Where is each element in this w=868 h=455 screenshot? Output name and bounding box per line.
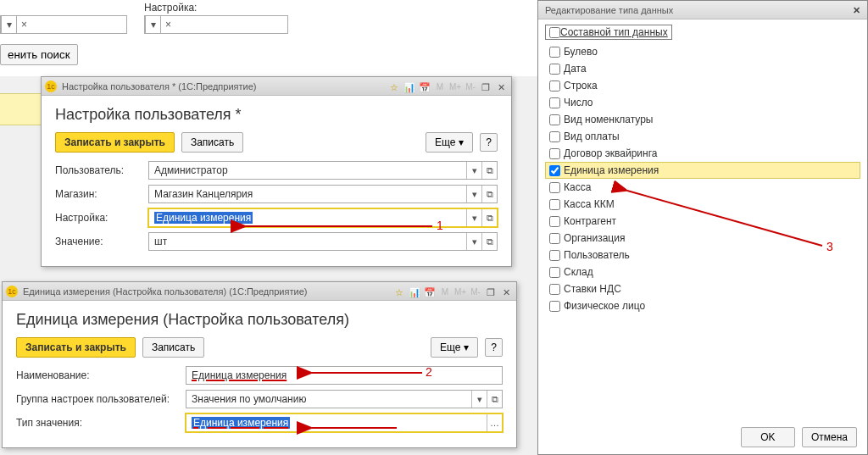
type-checkbox[interactable] — [549, 131, 560, 142]
window-unit-setting: 1c Единица измерения (Настройка пользова… — [2, 281, 517, 448]
dropdown-icon[interactable]: ▾ — [466, 162, 481, 179]
open-icon[interactable]: ⧉ — [481, 186, 497, 203]
type-row[interactable]: Склад — [545, 264, 860, 280]
m-icon[interactable]: M — [438, 285, 452, 298]
type-checkbox[interactable] — [549, 284, 560, 295]
name-input[interactable]: Единица измерения — [186, 366, 503, 385]
type-checkbox[interactable] — [549, 114, 560, 125]
type-row[interactable]: Число — [545, 94, 860, 111]
more-button[interactable]: Еще ▾ — [426, 132, 473, 153]
dropdown-icon[interactable]: ▾ — [145, 16, 160, 33]
type-row[interactable]: Ставки НДС — [545, 280, 860, 297]
win2-title: Единица измерения (Настройка пользовател… — [23, 286, 392, 297]
mplus-icon[interactable]: M+ — [448, 80, 462, 93]
window-icon[interactable]: ❐ — [484, 285, 498, 298]
type-row[interactable]: Контрагент — [545, 213, 860, 230]
type-row[interactable]: Булево — [545, 43, 860, 60]
type-row[interactable]: Организация — [545, 230, 860, 247]
save-button[interactable]: Записать — [142, 337, 204, 358]
mminus-icon[interactable]: M- — [469, 285, 482, 298]
favorite-icon[interactable]: ☆ — [387, 80, 401, 93]
type-checkbox[interactable] — [549, 80, 560, 92]
type-label: Дата — [564, 63, 587, 75]
type-checkbox[interactable] — [549, 47, 560, 58]
mminus-icon[interactable]: M- — [464, 80, 477, 93]
win2-titlebar[interactable]: 1c Единица измерения (Настройка пользова… — [3, 282, 516, 301]
type-row[interactable]: Касса ККМ — [545, 196, 860, 213]
more-button[interactable]: Еще ▾ — [431, 337, 478, 358]
type-label: Договор эквайринга — [564, 147, 657, 159]
ellipsis-button[interactable]: … — [487, 414, 502, 431]
open-icon[interactable]: ⧉ — [481, 233, 497, 250]
calc-icon[interactable]: 📊 — [408, 285, 421, 298]
store-input[interactable]: Магазин Канцелярия ▾ ⧉ — [148, 185, 498, 203]
save-button[interactable]: Записать — [181, 132, 243, 153]
panel-titlebar[interactable]: Редактирование типа данных ✕ — [538, 1, 867, 19]
type-row[interactable]: Физическое лицо — [545, 297, 860, 314]
dropdown-icon[interactable]: ▾ — [471, 391, 487, 408]
group-input[interactable]: Значения по умолчанию ▾ ⧉ — [186, 390, 503, 408]
close-icon[interactable]: ✕ — [494, 80, 508, 93]
type-row[interactable]: Строка — [545, 77, 860, 94]
type-input[interactable]: Единица измерения … — [186, 413, 503, 432]
type-label: Строка — [564, 80, 598, 92]
close-icon[interactable]: ✕ — [849, 3, 864, 18]
type-label: Касса — [564, 181, 591, 193]
dropdown-icon[interactable]: ▾ — [1, 16, 16, 33]
type-checkbox[interactable] — [549, 199, 560, 210]
type-checkbox[interactable] — [549, 301, 560, 312]
type-row[interactable]: Единица измерения — [545, 162, 860, 179]
cancel-button[interactable]: Отмена — [802, 427, 857, 447]
type-row[interactable]: Дата — [545, 60, 860, 77]
type-checkbox[interactable] — [549, 64, 560, 75]
open-icon[interactable]: ⧉ — [481, 209, 497, 226]
type-row[interactable]: Касса — [545, 179, 860, 196]
type-checkbox[interactable] — [549, 165, 560, 176]
save-close-button[interactable]: Записать и закрыть — [55, 132, 175, 153]
type-checkbox[interactable] — [549, 250, 560, 261]
type-label: Пользователь — [564, 249, 630, 261]
open-icon[interactable]: ⧉ — [487, 391, 502, 408]
setting-input[interactable]: Единица измерения ▾ ⧉ — [148, 208, 498, 227]
type-row[interactable]: Пользователь — [545, 247, 860, 264]
help-button[interactable]: ? — [480, 133, 498, 152]
favorite-icon[interactable]: ☆ — [392, 285, 406, 298]
help-button[interactable]: ? — [485, 338, 503, 357]
type-checkbox[interactable] — [549, 233, 560, 244]
type-checkbox[interactable] — [549, 97, 560, 108]
mplus-icon[interactable]: M+ — [453, 285, 467, 298]
win1-titlebar[interactable]: 1c Настройка пользователя * (1С:Предприя… — [42, 77, 511, 96]
calendar-icon[interactable]: 📅 — [423, 285, 437, 298]
calendar-icon[interactable]: 📅 — [418, 80, 431, 93]
type-checkbox[interactable] — [549, 216, 560, 227]
m-icon[interactable]: M — [433, 80, 447, 93]
window-icon[interactable]: ❐ — [479, 80, 492, 93]
open-icon[interactable]: ⧉ — [481, 162, 497, 179]
top-input-2[interactable]: ▾ × — [144, 15, 288, 34]
dropdown-icon[interactable]: ▾ — [466, 233, 481, 250]
type-checkbox[interactable] — [549, 267, 560, 278]
user-value: Администратор — [149, 164, 466, 176]
type-row[interactable]: Договор эквайринга — [545, 145, 860, 162]
user-input[interactable]: Администратор ▾ ⧉ — [148, 161, 498, 180]
type-row[interactable]: Вид оплаты — [545, 128, 860, 145]
save-close-button[interactable]: Записать и закрыть — [16, 337, 136, 358]
type-checkbox[interactable] — [549, 148, 560, 159]
setting-label: Настройка: — [55, 212, 148, 224]
ok-button[interactable]: OK — [741, 427, 795, 447]
dropdown-icon[interactable]: ▾ — [466, 186, 481, 203]
calc-icon[interactable]: 📊 — [403, 80, 416, 93]
type-label: Вид номенклатуры — [564, 114, 654, 125]
close-icon[interactable]: ✕ — [499, 285, 513, 298]
composite-type-row[interactable]: Составной тип данных — [545, 25, 672, 40]
top-input-1[interactable]: ▾ × — [0, 15, 127, 34]
apply-search-button[interactable]: енить поиск — [0, 44, 78, 65]
group-value: Значения по умолчанию — [186, 393, 471, 405]
clear-icon[interactable]: × — [160, 16, 175, 33]
clear-icon[interactable]: × — [16, 16, 31, 33]
type-checkbox[interactable] — [549, 182, 560, 193]
value-input[interactable]: шт ▾ ⧉ — [148, 232, 498, 251]
composite-checkbox[interactable] — [549, 27, 560, 38]
type-row[interactable]: Вид номенклатуры — [545, 111, 860, 128]
dropdown-icon[interactable]: ▾ — [466, 209, 481, 226]
